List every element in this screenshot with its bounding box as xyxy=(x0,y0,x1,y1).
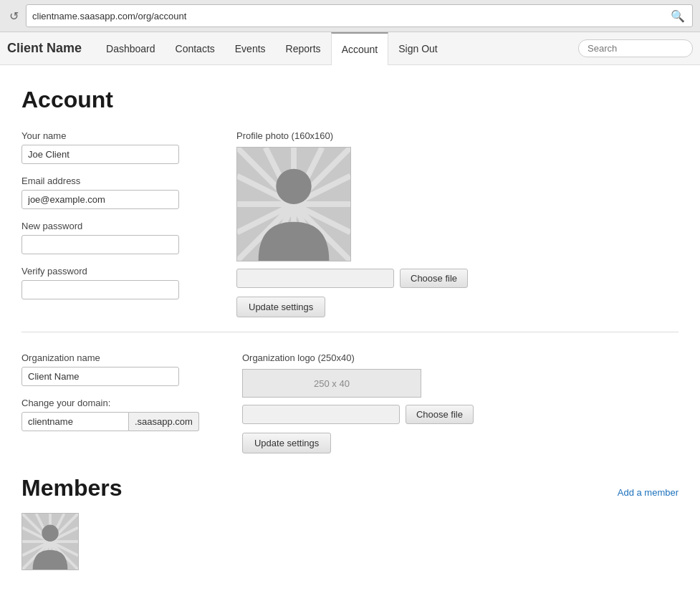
org-logo-choose-file-button[interactable]: Choose file xyxy=(406,405,474,424)
personal-form-right: Profile photo (160x160) xyxy=(236,130,494,317)
email-label: Email address xyxy=(21,176,193,186)
new-password-label: New password xyxy=(21,221,193,231)
name-input[interactable] xyxy=(21,145,179,164)
domain-field-group: Change your domain: .saasapp.com xyxy=(21,398,199,431)
nav-link-reports[interactable]: Reports xyxy=(276,32,331,65)
svg-point-17 xyxy=(276,169,311,204)
profile-photo xyxy=(236,147,351,261)
personal-update-btn-row: Update settings xyxy=(236,297,494,317)
nav-link-dashboard[interactable]: Dashboard xyxy=(96,32,166,65)
member-silhouette-icon xyxy=(22,514,78,569)
members-title: Members xyxy=(21,475,123,501)
photo-file-input-row: Choose file xyxy=(236,269,494,288)
new-password-field-group: New password xyxy=(21,221,193,254)
members-header: Members Add a member xyxy=(21,475,679,501)
domain-input[interactable] xyxy=(21,412,129,431)
name-field-group: Your name xyxy=(21,130,193,164)
search-container xyxy=(578,39,693,57)
photo-choose-file-button[interactable]: Choose file xyxy=(400,269,468,288)
page-content: Account Your name Email address New pass… xyxy=(0,65,700,592)
browser-back-button[interactable]: ↺ xyxy=(7,9,20,22)
name-label: Your name xyxy=(21,130,193,141)
search-input[interactable] xyxy=(578,39,693,57)
verify-password-field-group: Verify password xyxy=(21,266,193,299)
url-text: clientname.saasapp.com/org/account xyxy=(32,11,669,21)
personal-section: Your name Email address New password Ver… xyxy=(21,130,679,317)
org-section: Organization name Change your domain: .s… xyxy=(21,352,679,453)
profile-silhouette-icon xyxy=(237,148,350,261)
member-avatar xyxy=(21,513,79,570)
svg-point-35 xyxy=(42,525,58,542)
domain-row: .saasapp.com xyxy=(21,412,199,431)
nav-link-events[interactable]: Events xyxy=(225,32,276,65)
nav-link-signout[interactable]: Sign Out xyxy=(388,32,447,65)
org-logo-file-input-row: Choose file xyxy=(242,405,500,424)
org-update-settings-button[interactable]: Update settings xyxy=(242,433,331,453)
nav-link-account[interactable]: Account xyxy=(331,32,389,65)
org-logo-file-text-input[interactable] xyxy=(242,405,400,424)
org-update-btn-row: Update settings xyxy=(242,433,500,453)
email-field-group: Email address xyxy=(21,176,193,209)
verify-password-input[interactable] xyxy=(21,280,179,299)
page-title: Account xyxy=(21,87,679,113)
brand-logo: Client Name xyxy=(7,41,82,56)
section-divider xyxy=(21,332,679,332)
nav-links: Dashboard Contacts Events Reports Accoun… xyxy=(96,32,578,65)
org-form-left: Organization name Change your domain: .s… xyxy=(21,352,199,453)
members-section: Members Add a member xyxy=(21,475,679,570)
domain-label: Change your domain: xyxy=(21,398,199,408)
org-name-input[interactable] xyxy=(21,367,179,386)
verify-password-label: Verify password xyxy=(21,266,193,277)
go-button[interactable]: 🔍 xyxy=(669,7,686,24)
photo-file-text-input[interactable] xyxy=(236,269,394,288)
org-logo-placeholder-text: 250 x 40 xyxy=(314,378,350,389)
domain-suffix: .saasapp.com xyxy=(129,412,199,431)
org-form-right: Organization logo (250x40) 250 x 40 Choo… xyxy=(242,352,500,453)
top-nav: Client Name Dashboard Contacts Events Re… xyxy=(0,32,700,65)
photo-label: Profile photo (160x160) xyxy=(236,130,494,141)
org-logo-label: Organization logo (250x40) xyxy=(242,352,500,363)
email-input[interactable] xyxy=(21,190,179,209)
org-name-label: Organization name xyxy=(21,352,199,363)
org-logo-placeholder: 250 x 40 xyxy=(242,369,421,398)
url-bar[interactable]: clientname.saasapp.com/org/account 🔍 xyxy=(26,4,693,27)
personal-form-left: Your name Email address New password Ver… xyxy=(21,130,193,317)
new-password-input[interactable] xyxy=(21,235,179,254)
nav-link-contacts[interactable]: Contacts xyxy=(166,32,225,65)
browser-chrome: ↺ clientname.saasapp.com/org/account 🔍 xyxy=(0,0,700,32)
org-name-field-group: Organization name xyxy=(21,352,199,386)
add-member-link[interactable]: Add a member xyxy=(618,487,679,498)
personal-update-settings-button[interactable]: Update settings xyxy=(236,297,325,317)
